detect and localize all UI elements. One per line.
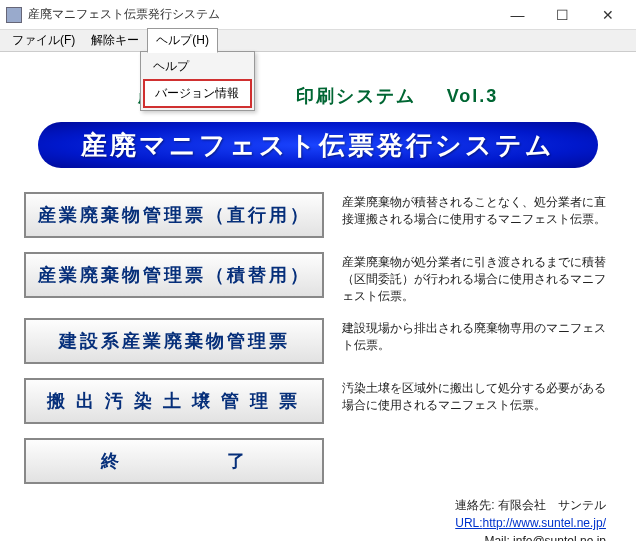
row-3: 建設系産業廃棄物管理票 建設現場から排出される廃棄物専用のマニフェスト伝票。 — [24, 318, 612, 364]
desc-4: 汚染土壌を区域外に搬出して処分する必要がある場合に使用されるマニフェスト伝票。 — [342, 378, 612, 414]
dropdown-help[interactable]: ヘルプ — [143, 54, 252, 79]
row-4: 搬 出 汚 染 土 壌 管 理 票 汚染土壌を区域外に搬出して処分する必要がある… — [24, 378, 612, 424]
help-dropdown: ヘルプ バージョン情報 — [140, 51, 255, 111]
titlebar: 産廃マニフェスト伝票発行システム — ☐ ✕ — [0, 0, 636, 30]
desc-1: 産業廃棄物が積替されることなく、処分業者に直接運搬される場合に使用するマニフェス… — [342, 192, 612, 228]
row-1: 産業廃棄物管理票（直行用） 産業廃棄物が積替されることなく、処分業者に直接運搬さ… — [24, 192, 612, 238]
btn-manifest-transship[interactable]: 産業廃棄物管理票（積替用） — [24, 252, 324, 298]
row-5: 終 了 — [24, 438, 612, 484]
button-rows: 産業廃棄物管理票（直行用） 産業廃棄物が積替されることなく、処分業者に直接運搬さ… — [24, 192, 612, 484]
btn-exit[interactable]: 終 了 — [24, 438, 324, 484]
btn-manifest-soil[interactable]: 搬 出 汚 染 土 壌 管 理 票 — [24, 378, 324, 424]
footer-url-link[interactable]: http://www.suntel.ne.jp/ — [483, 516, 606, 530]
menu-file[interactable]: ファイル(F) — [4, 29, 83, 52]
footer: 連絡先: 有限会社 サンテル URL:http://www.suntel.ne.… — [24, 496, 612, 541]
heading-right: 印刷システム — [296, 86, 416, 106]
close-button[interactable]: ✕ — [585, 1, 630, 29]
footer-url-label: URL: — [455, 516, 482, 530]
app-icon — [6, 7, 22, 23]
content-area: 産業廃 XXXXXX 印刷システム Vol.3 産廃マニフェスト伝票発行システム… — [0, 52, 636, 541]
menu-help[interactable]: ヘルプ(H) — [147, 28, 218, 53]
desc-3: 建設現場から排出される廃棄物専用のマニフェスト伝票。 — [342, 318, 612, 354]
btn-manifest-construction[interactable]: 建設系産業廃棄物管理票 — [24, 318, 324, 364]
system-banner: 産廃マニフェスト伝票発行システム — [38, 122, 598, 168]
page-heading: 産業廃 XXXXXX 印刷システム Vol.3 — [24, 84, 612, 108]
minimize-button[interactable]: — — [495, 1, 540, 29]
desc-5-empty — [342, 438, 612, 440]
row-2: 産業廃棄物管理票（積替用） 産業廃棄物が処分業者に引き渡されるまでに積替（区間委… — [24, 252, 612, 304]
dropdown-version-info[interactable]: バージョン情報 — [143, 79, 252, 108]
footer-contact: 連絡先: 有限会社 サンテル — [24, 496, 606, 514]
footer-mail: Mail: info@suntel.ne.jp — [24, 532, 606, 541]
menubar: ファイル(F) 解除キー ヘルプ(H) — [0, 30, 636, 52]
window-controls: — ☐ ✕ — [495, 1, 630, 29]
maximize-button[interactable]: ☐ — [540, 1, 585, 29]
window-title: 産廃マニフェスト伝票発行システム — [28, 6, 495, 23]
desc-2: 産業廃棄物が処分業者に引き渡されるまでに積替（区間委託）が行われる場合に使用され… — [342, 252, 612, 304]
btn-manifest-direct[interactable]: 産業廃棄物管理票（直行用） — [24, 192, 324, 238]
heading-volume: Vol.3 — [447, 86, 499, 106]
menu-unlock-key[interactable]: 解除キー — [83, 29, 147, 52]
